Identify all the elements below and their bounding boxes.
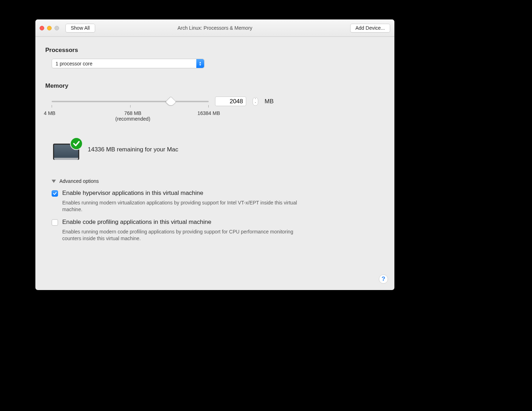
processor-cores-select[interactable]: 1 processor core ▲▼ (52, 59, 204, 68)
processors-heading: Processors (45, 47, 384, 54)
profiling-label: Enable code profiling applications in th… (62, 219, 306, 226)
hypervisor-description: Enables running modern virtualization ap… (62, 199, 306, 213)
hypervisor-label: Enable hypervisor applications in this v… (62, 190, 306, 197)
processor-cores-value: 1 processor core (52, 61, 196, 66)
memory-remaining-label: 14336 MB remaining for your Mac (88, 146, 178, 153)
memory-max-label: 16384 MB (197, 110, 220, 116)
minimize-button[interactable] (47, 26, 52, 30)
check-icon (70, 137, 83, 150)
slider-labels: 4 MB 768 MB (recommended) 16384 MB (52, 110, 209, 125)
traffic-lights (40, 26, 59, 30)
memory-recommended-label: 768 MB (recommended) (115, 110, 150, 122)
profiling-checkbox[interactable] (52, 219, 58, 226)
hypervisor-checkbox[interactable] (52, 190, 58, 197)
memory-heading: Memory (45, 82, 384, 89)
close-button[interactable] (40, 26, 44, 30)
content: Processors 1 processor core ▲▼ Memory (35, 37, 394, 249)
memory-slider[interactable] (52, 97, 209, 106)
titlebar: Show All Arch Linux: Processors & Memory… (35, 19, 394, 37)
memory-stepper[interactable]: ˄ ˅ (253, 97, 258, 106)
memory-remaining-row: 14336 MB remaining for your Mac (52, 139, 384, 161)
stepper-down-icon: ˅ (255, 102, 256, 105)
slider-ticks (52, 105, 209, 109)
advanced-options-label: Advanced options (59, 178, 99, 184)
select-arrows-icon: ▲▼ (196, 59, 204, 68)
settings-window: Show All Arch Linux: Processors & Memory… (35, 19, 394, 290)
memory-input[interactable] (215, 97, 246, 106)
mac-icon (52, 139, 81, 161)
disclosure-triangle-icon (52, 180, 56, 183)
stepper-up-icon: ˄ (255, 98, 256, 102)
add-device-button[interactable]: Add Device... (350, 24, 390, 33)
memory-unit-label: MB (265, 98, 274, 105)
show-all-button[interactable]: Show All (65, 24, 95, 33)
zoom-button (54, 26, 59, 30)
help-button[interactable]: ? (379, 274, 388, 284)
memory-min-label: 4 MB (44, 110, 56, 116)
slider-track (52, 101, 209, 102)
profiling-description: Enables running modern code profiling ap… (62, 228, 306, 242)
advanced-options-disclosure[interactable]: Advanced options (52, 178, 384, 184)
